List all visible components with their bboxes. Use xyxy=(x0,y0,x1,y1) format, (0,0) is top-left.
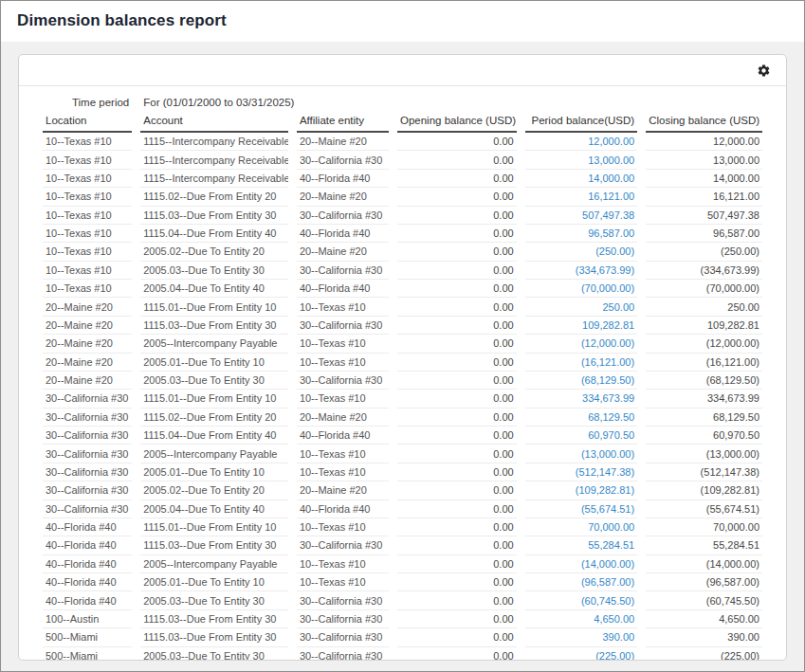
time-period-value: For (01/01/2000 to 03/31/2025) xyxy=(140,94,389,112)
column-header-closing-balance: Closing balance (USD) xyxy=(646,112,762,133)
table-row: 30--California #30 2005.04--Due To Entit… xyxy=(43,499,762,518)
period-balance-link[interactable]: 12,000.00 xyxy=(525,133,638,150)
period-balance-link[interactable]: (334,673.99) xyxy=(525,261,638,279)
period-balance-link[interactable]: 390.00 xyxy=(525,627,638,645)
period-balance-link[interactable]: 334,673.99 xyxy=(525,389,638,407)
table-row: 30--California #30 2005--Intercompany Pa… xyxy=(43,444,762,462)
report-toolbar xyxy=(19,55,786,86)
closing-balance-cell: 334,673.99 xyxy=(646,389,762,407)
account-cell: 2005.02--Due To Entity 20 xyxy=(140,481,288,499)
opening-balance-cell: 0.00 xyxy=(397,389,517,407)
affiliate-entity-cell: 10--Texas #10 xyxy=(297,334,389,352)
table-row: 10--Texas #10 2005.04--Due To Entity 40 … xyxy=(43,279,762,297)
account-cell: 1115.03--Due From Entity 30 xyxy=(140,206,288,224)
period-balance-link[interactable]: (512,147.38) xyxy=(525,463,638,481)
report-body: Time period For (01/01/2000 to 03/31/202… xyxy=(19,86,786,661)
account-cell: 2005.03--Due To Entity 30 xyxy=(140,371,288,389)
time-period-row: Time period For (01/01/2000 to 03/31/202… xyxy=(43,94,762,112)
table-row: 40--Florida #40 2005.03--Due To Entity 3… xyxy=(43,590,762,608)
location-cell: 20--Maine #20 xyxy=(43,297,132,315)
location-cell: 40--Florida #40 xyxy=(43,536,132,554)
account-cell: 2005.01--Due To Entity 10 xyxy=(140,463,288,481)
period-balance-link[interactable]: 60,970.50 xyxy=(525,426,638,444)
affiliate-entity-cell: 40--Florida #40 xyxy=(297,426,389,444)
account-cell: 1115.01--Due From Entity 10 xyxy=(140,297,288,315)
period-balance-link[interactable]: (13,000.00) xyxy=(525,444,638,462)
table-row: 500--Miami 2005.03--Due To Entity 30 30-… xyxy=(43,646,762,662)
period-balance-link[interactable]: (109,282.81) xyxy=(525,481,638,499)
table-row: 20--Maine #20 2005.03--Due To Entity 30 … xyxy=(43,371,762,389)
account-cell: 2005--Intercompany Payable xyxy=(140,554,288,572)
account-cell: 2005.01--Due To Entity 10 xyxy=(140,572,288,590)
period-balance-link[interactable]: 109,282.81 xyxy=(525,316,638,334)
account-cell: 1115.03--Due From Entity 30 xyxy=(140,536,288,554)
opening-balance-cell: 0.00 xyxy=(397,133,517,150)
affiliate-entity-cell: 20--Maine #20 xyxy=(297,481,389,499)
location-cell: 500--Miami xyxy=(43,646,132,662)
closing-balance-cell: 16,121.00 xyxy=(646,187,762,205)
location-cell: 10--Texas #10 xyxy=(43,133,132,150)
opening-balance-cell: 0.00 xyxy=(397,499,517,518)
period-balance-link[interactable]: (250.00) xyxy=(525,242,638,260)
location-cell: 10--Texas #10 xyxy=(43,187,132,205)
time-period-label: Time period xyxy=(43,94,132,112)
affiliate-entity-cell: 10--Texas #10 xyxy=(297,389,389,407)
table-row: 20--Maine #20 2005.01--Due To Entity 10 … xyxy=(43,353,762,371)
affiliate-entity-cell: 30--California #30 xyxy=(297,371,389,389)
table-row: 40--Florida #40 1115.03--Due From Entity… xyxy=(43,536,762,554)
location-cell: 30--California #30 xyxy=(43,463,132,481)
opening-balance-cell: 0.00 xyxy=(397,353,517,371)
period-balance-link[interactable]: 55,284.51 xyxy=(525,536,638,554)
account-cell: 1115.03--Due From Entity 30 xyxy=(140,609,288,627)
settings-button[interactable] xyxy=(754,61,773,80)
opening-balance-cell: 0.00 xyxy=(397,242,517,260)
affiliate-entity-cell: 40--Florida #40 xyxy=(297,279,389,297)
table-row: 30--California #30 2005.01--Due To Entit… xyxy=(43,463,762,481)
closing-balance-cell: 60,970.50 xyxy=(646,426,762,444)
table-row: 10--Texas #10 2005.03--Due To Entity 30 … xyxy=(43,261,762,279)
location-cell: 30--California #30 xyxy=(43,389,132,407)
opening-balance-cell: 0.00 xyxy=(397,609,517,627)
table-row: 10--Texas #10 1115.02--Due From Entity 2… xyxy=(43,187,762,205)
closing-balance-cell: (334,673.99) xyxy=(646,261,762,279)
table-row: 10--Texas #10 2005.02--Due To Entity 20 … xyxy=(43,242,762,260)
period-balance-link[interactable]: 13,000.00 xyxy=(525,150,638,168)
opening-balance-cell: 0.00 xyxy=(397,224,517,242)
affiliate-entity-cell: 30--California #30 xyxy=(297,646,389,662)
period-balance-link[interactable]: (60,745.50) xyxy=(525,590,638,608)
affiliate-entity-cell: 10--Texas #10 xyxy=(297,444,389,462)
period-balance-link[interactable]: 14,000.00 xyxy=(525,169,638,187)
affiliate-entity-cell: 30--California #30 xyxy=(297,536,389,554)
closing-balance-cell: (16,121.00) xyxy=(646,353,762,371)
period-balance-link[interactable]: 507,497.38 xyxy=(525,206,638,224)
period-balance-link[interactable]: 4,650.00 xyxy=(525,609,638,627)
affiliate-entity-cell: 10--Texas #10 xyxy=(297,353,389,371)
period-balance-link[interactable]: 16,121.00 xyxy=(525,187,638,205)
location-cell: 20--Maine #20 xyxy=(43,371,132,389)
period-balance-link[interactable]: (70,000.00) xyxy=(525,279,638,297)
affiliate-entity-cell: 40--Florida #40 xyxy=(297,169,389,187)
opening-balance-cell: 0.00 xyxy=(397,279,517,297)
location-cell: 100--Austin xyxy=(43,609,132,627)
period-balance-link[interactable]: (12,000.00) xyxy=(525,334,638,352)
period-balance-link[interactable]: (68,129.50) xyxy=(525,371,638,389)
opening-balance-cell: 0.00 xyxy=(397,334,517,352)
period-balance-link[interactable]: 96,587.00 xyxy=(525,224,638,242)
period-balance-link[interactable]: 250.00 xyxy=(525,297,638,315)
location-cell: 10--Texas #10 xyxy=(43,261,132,279)
opening-balance-cell: 0.00 xyxy=(397,554,517,572)
table-row: 20--Maine #20 1115.01--Due From Entity 1… xyxy=(43,297,762,315)
period-balance-link[interactable]: (225.00) xyxy=(525,646,638,662)
account-cell: 1115--Intercompany Receivable xyxy=(140,150,288,168)
period-balance-link[interactable]: 70,000.00 xyxy=(525,518,638,536)
affiliate-entity-cell: 10--Texas #10 xyxy=(297,554,389,572)
period-balance-link[interactable]: (14,000.00) xyxy=(525,554,638,572)
period-balance-link[interactable]: (16,121.00) xyxy=(525,353,638,371)
period-balance-link[interactable]: (96,587.00) xyxy=(525,572,638,590)
period-balance-link[interactable]: (55,674.51) xyxy=(525,499,638,518)
opening-balance-cell: 0.00 xyxy=(397,187,517,205)
account-cell: 2005--Intercompany Payable xyxy=(140,334,288,352)
period-balance-link[interactable]: 68,129.50 xyxy=(525,408,638,426)
table-row: 40--Florida #40 2005--Intercompany Payab… xyxy=(43,554,762,572)
table-row: 30--California #30 1115.04--Due From Ent… xyxy=(43,426,762,444)
